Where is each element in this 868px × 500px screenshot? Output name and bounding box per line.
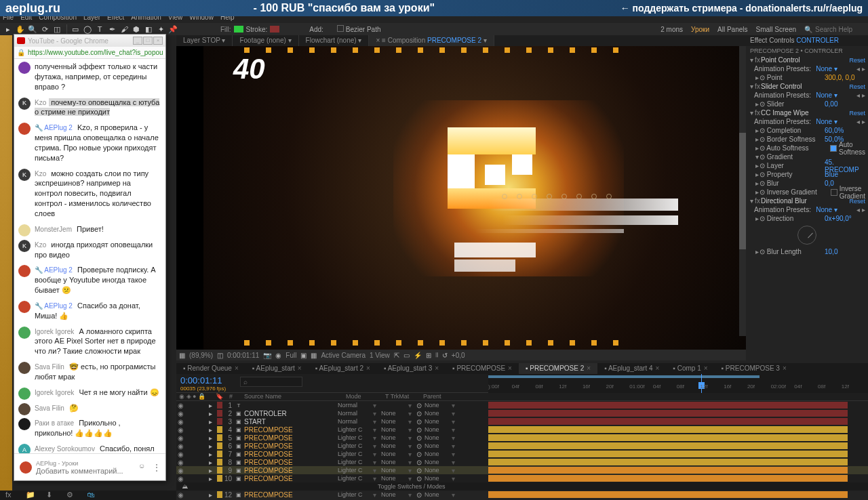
chat-input[interactable]: [36, 467, 130, 475]
flowchart-icon[interactable]: ⫴: [435, 351, 438, 359]
fx-property[interactable]: ▸⊙ Slider0,00: [746, 100, 868, 108]
timeline-layer[interactable]: ◉▸8▣PRECOMPOSELighter C▾None▾⊙None▾: [176, 458, 868, 466]
comp-tab[interactable]: Layer STOP ▾: [176, 35, 233, 46]
workspace-tab[interactable]: Уроки: [691, 26, 709, 33]
timeline-layer[interactable]: ◉▸3▣STARTNormal▾None▾⊙None▾: [176, 417, 868, 425]
stroke-swatch[interactable]: [270, 26, 279, 33]
chat-username[interactable]: Kzo: [35, 241, 46, 249]
chat-username[interactable]: Igorek Igorek: [35, 389, 74, 396]
rect-tool-icon[interactable]: ▭: [70, 24, 81, 35]
fx-preset-row[interactable]: Animation Presets:None ▾◂ ▸: [746, 64, 868, 73]
timeline-layer[interactable]: ◉▸5▣PRECOMPOSELighter C▾None▾⊙None▾: [176, 434, 868, 442]
viewer-scrollbar[interactable]: [739, 46, 746, 336]
brush-tool-icon[interactable]: 🖌: [119, 24, 130, 35]
fx-tab[interactable]: Effect Controls CONTROLER: [746, 35, 868, 46]
timeline-tab[interactable]: ▪ PRECOMPOSE 2×: [519, 363, 597, 374]
channel-icon[interactable]: ◉: [275, 352, 281, 359]
roto-tool-icon[interactable]: ✦: [155, 24, 166, 35]
chat-messages[interactable]: полученный эффект только к части футажа,…: [14, 59, 165, 453]
chat-url-bar[interactable]: 🔒 https://www.youtube.com/live_chat?is_p…: [14, 47, 165, 59]
puppet-tool-icon[interactable]: 📌: [167, 24, 178, 35]
res-toggle-icon[interactable]: ◫: [217, 352, 223, 359]
bezier-checkbox[interactable]: [337, 25, 344, 32]
timeline-tab[interactable]: ▪ AEplug_start×: [245, 363, 309, 374]
timeline-layer[interactable]: ◉▸9▣PRECOMPOSELighter C▾None▾⊙None▾: [176, 466, 868, 474]
eraser-tool-icon[interactable]: ◧: [143, 24, 154, 35]
fx-preset-row[interactable]: Animation Presets:None ▾◂ ▸: [746, 205, 868, 214]
emoji-icon[interactable]: ☺: [138, 462, 149, 473]
rotate-tool-icon[interactable]: ⟳: [39, 24, 50, 35]
timeline-layer[interactable]: ◉▸4▣PRECOMPOSELighter C▾None▾⊙None▾: [176, 425, 868, 434]
comp-tab[interactable]: × ≡ Composition PRECOMPOSE 2 ▾: [369, 35, 494, 46]
roi-icon[interactable]: ▣: [300, 352, 307, 359]
chat-username[interactable]: Sava Filin: [35, 363, 64, 371]
download-icon[interactable]: ⬇: [46, 491, 56, 500]
timeline-icon[interactable]: ⊞: [426, 352, 431, 359]
fx-property[interactable]: ▸⊙ PropertyBlue: [746, 170, 868, 179]
chat-username[interactable]: Kzo: [35, 170, 46, 178]
chat-username[interactable]: Kzo: [35, 99, 46, 106]
chat-username[interactable]: Igorek Igorek: [35, 328, 74, 335]
pixel-aspect-icon[interactable]: ▭: [403, 352, 410, 359]
fx-property[interactable]: ▸⊙ Direction0x+90,0°: [746, 214, 868, 223]
fast-preview-icon[interactable]: ⚡: [414, 352, 422, 359]
fx-group-header[interactable]: ▾fxCC Image WipeReset: [746, 108, 868, 117]
views-dropdown[interactable]: 1 View: [370, 352, 390, 359]
grid-icon[interactable]: ▦: [179, 352, 185, 359]
fx-property[interactable]: ▸⊙ Blur Length10,0: [746, 247, 868, 256]
hand-tool-icon[interactable]: ✋: [15, 24, 26, 35]
workspace-tab[interactable]: 2 mons: [660, 26, 683, 33]
chat-username[interactable]: Sava Filin: [35, 404, 64, 412]
fx-group-header[interactable]: ▾fxSlider ControlReset: [746, 82, 868, 91]
timeline-layer[interactable]: ◉▸6▣PRECOMPOSELighter C▾None▾⊙None▾: [176, 442, 868, 450]
marketplace-icon[interactable]: 🛍: [87, 491, 96, 500]
timeline-layer[interactable]: ◉▸7▣PRECOMPOSELighter C▾None▾⊙None▾: [176, 450, 868, 458]
workspace-tab[interactable]: Small Screen: [756, 26, 796, 33]
res-dropdown[interactable]: Full: [285, 352, 296, 359]
snapshot-icon[interactable]: 📷: [263, 352, 271, 359]
chat-username[interactable]: 🔧 AEPlug 2: [35, 302, 73, 310]
selection-tool-icon[interactable]: ▸: [3, 24, 14, 35]
minimize-button[interactable]: _: [133, 37, 142, 45]
comp-tab[interactable]: Footage (none) ▾: [233, 35, 298, 46]
zoom-slider-icon[interactable]: ⛰: [182, 483, 188, 490]
gear-icon[interactable]: ⚙: [66, 491, 76, 500]
timeline-tab[interactable]: ▪ AEplug_start 3×: [377, 363, 446, 374]
comp-tab[interactable]: Flowchart (none) ▾: [299, 35, 370, 46]
transparency-icon[interactable]: ▦: [311, 352, 317, 359]
composition-viewer[interactable]: 40: [176, 46, 746, 350]
zoom-dropdown[interactable]: (89,9%): [189, 352, 213, 359]
timeline-ruler[interactable]: ):00f04f08f12f16f20f01:00f04f08f12f16f20…: [488, 374, 868, 393]
folder-icon[interactable]: 📁: [26, 491, 35, 500]
timeline-tab[interactable]: ▪ Comp 1×: [666, 363, 714, 374]
camera-tool-icon[interactable]: ◫: [52, 24, 62, 35]
chat-menu-icon[interactable]: ⋮: [152, 462, 160, 473]
reset-exp-icon[interactable]: ↺: [442, 352, 448, 359]
ellipse-tool-icon[interactable]: ◯: [82, 24, 93, 35]
timeline-layer[interactable]: ◉▸10▣PRECOMPOSELighter C▾None▾⊙None▾: [176, 474, 868, 482]
direction-dial[interactable]: [797, 226, 816, 245]
text-tool-icon[interactable]: T: [94, 24, 105, 35]
fx-preset-row[interactable]: Animation Presets:None ▾◂ ▸: [746, 117, 868, 126]
chat-username[interactable]: MonsterJem: [35, 226, 72, 233]
chat-username[interactable]: 🔧 AEPlug 2: [35, 124, 73, 131]
fill-swatch[interactable]: [234, 26, 243, 33]
zoom-tool-icon[interactable]: 🔍: [27, 24, 38, 35]
layer-search-input[interactable]: [240, 377, 302, 387]
time-display[interactable]: 0:00:01:11: [227, 352, 259, 359]
share-icon[interactable]: ⇱: [394, 352, 399, 359]
timeline-layer[interactable]: ◉▸1TNormal▾▾⊙None▾: [176, 401, 868, 409]
timeline-tab[interactable]: ▪ Render Queue×: [176, 363, 245, 374]
timeline-layer[interactable]: ◉▸2▣CONTROLERNormal▾None▾⊙None▾: [176, 409, 868, 417]
close-button[interactable]: ×: [153, 37, 163, 45]
fx-preset-row[interactable]: Animation Presets:None ▾◂ ▸: [746, 91, 868, 100]
timeline-tab[interactable]: ▪ PRECOMPOSE×: [446, 363, 519, 374]
chat-username[interactable]: Раки в атаке: [35, 419, 74, 427]
fx-property[interactable]: ▸⊙ Auto SoftnessAuto Softness: [746, 144, 868, 152]
fx-property[interactable]: ▸⊙ Layer45. PRECOMP: [746, 161, 868, 170]
chat-titlebar[interactable]: YouTube - Google Chrome _ □ ×: [14, 35, 165, 47]
fx-property[interactable]: ▸⊙ Point300,0, 0,0: [746, 73, 868, 82]
timeline-tab[interactable]: ▪ PRECOMPOSE 3×: [715, 363, 793, 374]
fx-property[interactable]: ▸⊙ Completion60,0%: [746, 126, 868, 135]
fx-group-header[interactable]: ▾fxDirectional BlurReset: [746, 196, 868, 205]
